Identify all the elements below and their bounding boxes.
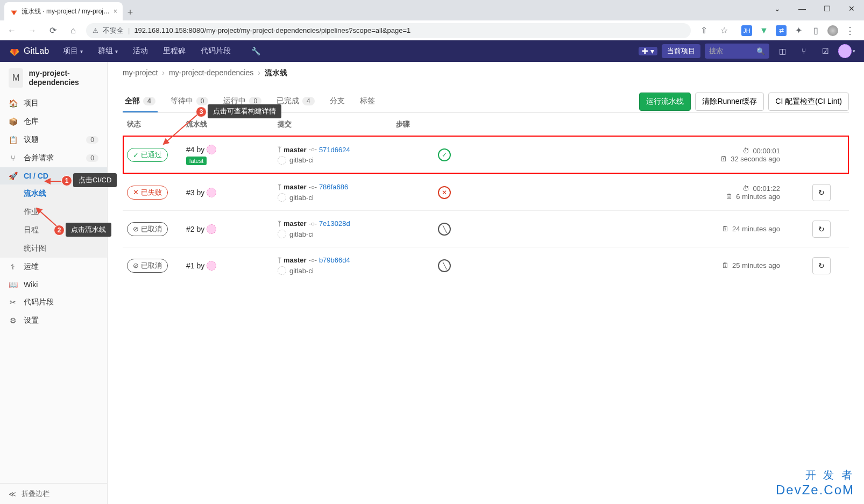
star-icon[interactable]: ☆ xyxy=(717,25,732,36)
nav-snippets[interactable]: 代码片段 xyxy=(195,46,236,56)
nav-todos-icon[interactable]: ☑ xyxy=(817,42,834,60)
nav-user-avatar[interactable]: ▾ xyxy=(838,42,855,60)
pipeline-tab[interactable]: 标签 xyxy=(358,91,377,112)
address-bar: ← → ⟳ ⌂ ⚠ 不安全 | 192.168.110.158:8080/my-… xyxy=(0,20,864,40)
time-ago: 24 minutes ago xyxy=(732,225,780,233)
pipeline-id[interactable]: #2 by xyxy=(186,224,278,234)
author-avatar-icon xyxy=(278,156,286,165)
status-badge[interactable]: ⊘已取消 xyxy=(127,259,168,273)
sidebar-item-7[interactable]: ✂代码片段 xyxy=(0,293,107,311)
window-maximize-icon[interactable]: ☐ xyxy=(815,0,839,17)
browser-menu-icon[interactable]: ⋮ xyxy=(845,25,855,36)
ext-jh-icon[interactable]: JH xyxy=(741,25,752,36)
current-project-label[interactable]: 当前项目 xyxy=(662,44,700,58)
retry-icon: ↻ xyxy=(818,261,825,270)
window-minimize-icon[interactable]: — xyxy=(790,0,815,17)
breadcrumb-link[interactable]: my-project-dependencies xyxy=(169,68,253,78)
pipeline-table: 状态 流水线 提交 步骤 ✓已通过 #4 by latest ᛉmaster-○… xyxy=(123,113,849,283)
pipeline-id[interactable]: #4 by xyxy=(186,145,278,154)
pipeline-tab[interactable]: 全部4 xyxy=(123,91,158,112)
nav-milestones[interactable]: 里程碑 xyxy=(158,46,191,56)
retry-button[interactable]: ↻ xyxy=(812,184,831,201)
chevron-down-icon: ▾ xyxy=(80,48,83,54)
nav-home-icon[interactable]: ⌂ xyxy=(66,26,81,36)
url-input[interactable]: ⚠ 不安全 | 192.168.110.158:8080/my-project/… xyxy=(86,23,691,38)
tab-bar: 流水线 · my-project / my-proje... × + ⌄ — ☐… xyxy=(0,0,864,20)
search-icon: 🔍 xyxy=(756,47,765,55)
commit-sha[interactable]: 571d6624 xyxy=(319,146,350,154)
sidebar-item-3[interactable]: ⑂合并请求0 xyxy=(0,149,107,167)
commit-sha[interactable]: 7e13028d xyxy=(319,219,350,228)
sidebar-subitem-0[interactable]: 流水线 xyxy=(0,184,107,203)
commit-icon: -○- xyxy=(309,257,317,264)
sidebar-item-2[interactable]: 📋议题0 xyxy=(0,131,107,149)
pipeline-id[interactable]: #3 by xyxy=(186,188,278,197)
nav-back-icon[interactable]: ← xyxy=(4,26,19,36)
run-pipeline-button[interactable]: 运行流水线 xyxy=(639,93,691,111)
sidebar-label: Wiki xyxy=(24,280,38,289)
stage-icon[interactable]: ✕ xyxy=(438,186,451,199)
pipeline-row[interactable]: ✓已通过 #4 by latest ᛉmaster-○-571d6624 git… xyxy=(123,136,849,174)
commit-sha[interactable]: 786fa686 xyxy=(319,183,348,191)
pipeline-row[interactable]: ⊘已取消 #1 by ᛉmaster-○-b79b66d4 gitlab-ci … xyxy=(123,247,849,283)
status-badge[interactable]: ⊘已取消 xyxy=(127,222,168,236)
sidebar-icon: 📦 xyxy=(9,117,17,126)
collapse-sidebar[interactable]: ≪ 折叠边栏 xyxy=(0,483,107,504)
ext-reading-icon[interactable]: ▯ xyxy=(810,25,821,36)
browser-tab[interactable]: 流水线 · my-project / my-proje... × xyxy=(4,2,123,20)
nav-projects[interactable]: 项目▾ xyxy=(58,46,88,56)
sidebar-item-1[interactable]: 📦仓库 xyxy=(0,112,107,131)
gitlab-logo[interactable]: GitLab xyxy=(9,45,49,57)
status-badge[interactable]: ✓已通过 xyxy=(127,148,168,162)
annotation-tooltip-2: 点击流水线 xyxy=(66,223,111,237)
retry-icon: ↻ xyxy=(818,188,825,197)
sidebar-item-8[interactable]: ⚙设置 xyxy=(0,311,107,330)
time-ago: 32 seconds ago xyxy=(731,155,780,163)
pipeline-row[interactable]: ⊘已取消 #2 by ᛉmaster-○-7e13028d gitlab-ci … xyxy=(123,210,849,247)
nav-new-button[interactable]: ✚ ▾ xyxy=(639,47,657,55)
nav-issues-icon[interactable]: ◫ xyxy=(774,42,791,60)
project-header[interactable]: M my-project-dependencies xyxy=(0,62,107,94)
time-ago: 25 minutes ago xyxy=(732,261,780,269)
insecure-label: 不安全 xyxy=(103,26,124,36)
ext-translate-icon[interactable]: ⇄ xyxy=(776,25,787,36)
stage-icon[interactable]: ✓ xyxy=(438,148,451,161)
stage-icon[interactable]: ╲ xyxy=(438,259,451,272)
nav-activity[interactable]: 活动 xyxy=(128,46,153,56)
sidebar-label: CI / CD xyxy=(24,172,48,180)
ext-vue-icon[interactable]: ▼ xyxy=(759,25,769,36)
nav-groups[interactable]: 群组▾ xyxy=(93,46,123,56)
status-badge[interactable]: ✕已失败 xyxy=(127,186,168,200)
pipeline-id[interactable]: #1 by xyxy=(186,261,278,271)
pipeline-tab[interactable]: 分支 xyxy=(328,91,347,112)
new-tab-button[interactable]: + xyxy=(123,7,138,20)
nav-wrench-icon[interactable]: 🔧 xyxy=(247,42,264,60)
share-icon[interactable]: ⇧ xyxy=(696,25,711,36)
profile-avatar-icon[interactable] xyxy=(827,25,838,36)
retry-button[interactable]: ↻ xyxy=(812,257,831,274)
retry-button[interactable]: ↻ xyxy=(812,221,831,238)
annotation-tooltip-3: 点击可查看构建详情 xyxy=(208,104,281,118)
sidebar-item-0[interactable]: 🏠项目 xyxy=(0,94,107,112)
timer-icon: ⏱ xyxy=(742,184,749,193)
commit-sha[interactable]: b79b66d4 xyxy=(319,256,350,264)
stage-icon[interactable]: ╲ xyxy=(438,223,451,236)
close-tab-icon[interactable]: × xyxy=(114,8,117,15)
sidebar-item-5[interactable]: ⚕运维 xyxy=(0,258,107,276)
window-drop-icon[interactable]: ⌄ xyxy=(765,0,790,17)
ci-lint-button[interactable]: CI 配置检查(CI Lint) xyxy=(768,93,849,111)
ext-puzzle-icon[interactable]: ✦ xyxy=(793,25,804,36)
nav-mr-icon[interactable]: ⑂ xyxy=(795,42,812,60)
nav-reload-icon[interactable]: ⟳ xyxy=(45,25,60,36)
tab-count: 0 xyxy=(196,97,209,105)
sidebar-subitem-1[interactable]: 作业 xyxy=(0,203,107,221)
pipeline-row[interactable]: ✕已失败 #3 by ᛉmaster-○-786fa686 gitlab-ci … xyxy=(123,174,849,210)
sidebar-item-6[interactable]: 📖Wiki xyxy=(0,276,107,293)
breadcrumb-link[interactable]: my-project xyxy=(123,68,158,78)
tab-count: 4 xyxy=(143,97,155,105)
sidebar-icon: 🚀 xyxy=(9,172,17,180)
sidebar-subitem-3[interactable]: 统计图 xyxy=(0,239,107,258)
window-close-icon[interactable]: ✕ xyxy=(839,0,864,17)
search-input[interactable]: 搜索 🔍 xyxy=(705,44,769,59)
clear-cache-button[interactable]: 清除Runner缓存 xyxy=(695,93,764,111)
